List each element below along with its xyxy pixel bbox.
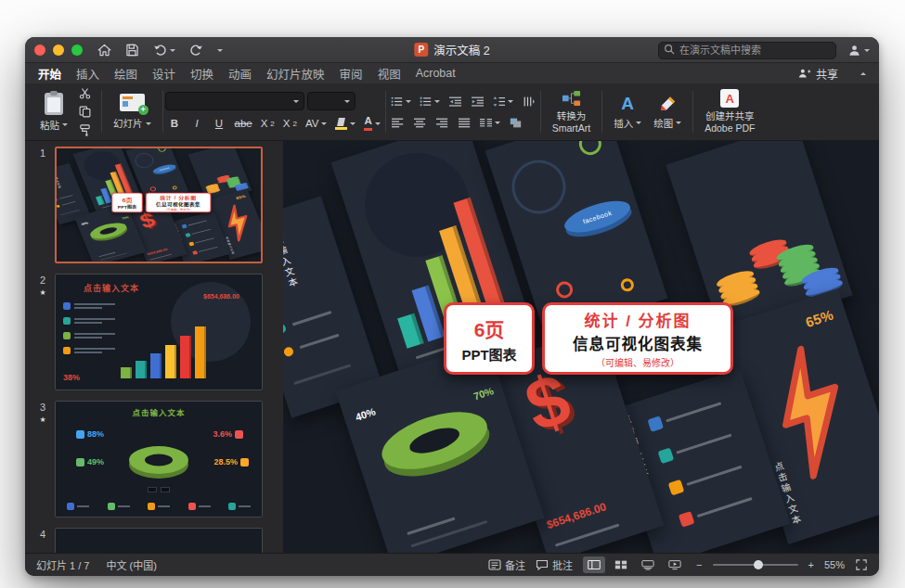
tab-acrobat[interactable]: Acrobat [416,67,456,80]
bold-button[interactable]: B [165,115,185,132]
zoom-out-button[interactable]: − [696,559,702,570]
normal-view-button[interactable] [583,556,605,573]
format-painter-button[interactable] [75,122,95,139]
slide-thumbnail-4[interactable] [55,528,263,553]
notes-button[interactable]: 备注 [488,557,525,572]
line-spacing-button[interactable] [490,93,516,109]
slide-thumbnail-3[interactable]: 点击输入文本 88% 49% 3.6% 28.5% [55,401,263,518]
character-spacing-button[interactable]: AV [303,115,330,132]
slide-thumbnail-1[interactable]: 点击输入文本 facebook [55,147,263,263]
italic-button[interactable]: I [187,115,207,132]
slide-number: 1 [40,147,45,159]
underline-button[interactable]: U [210,115,229,132]
chevron-down-icon [406,100,411,106]
new-slide-button[interactable]: + 幻灯片 [109,92,156,132]
insert-button[interactable]: A 插入 [609,93,646,132]
badge-title[interactable]: 统计 / 分析图 信息可视化图表集 （可编辑、易修改） [146,193,212,213]
font-size-select[interactable] [307,92,356,110]
font-color-button[interactable]: A [361,115,382,132]
justify-button[interactable] [455,114,474,131]
align-center-button[interactable] [410,114,430,131]
slides-group: + 幻灯片 [104,86,161,137]
chevron-down-icon [495,121,500,127]
slide-thumbnail-2[interactable]: 点击输入文本 $654,686.00 [55,274,263,390]
align-right-button[interactable] [433,114,452,131]
zoom-slider[interactable] [713,559,798,570]
strikethrough-button[interactable]: abe [232,115,255,132]
zoom-in-button[interactable]: + [808,559,814,570]
tab-view[interactable]: 视图 [378,65,401,83]
text-direction-button[interactable] [519,93,538,109]
lightning-percent: 65% [236,194,247,200]
redo-icon [189,44,203,57]
bullets-button[interactable] [388,93,414,109]
align-left-button[interactable] [388,114,407,131]
customize-toolbar-button[interactable] [217,47,223,53]
search-input[interactable] [658,42,836,59]
slide-2-list [63,302,115,354]
chevron-down-icon [434,100,440,106]
paste-label: 粘贴 [40,118,59,132]
home-button[interactable] [97,44,111,57]
animation-star-icon: ★ [39,415,45,424]
tab-insert[interactable]: 插入 [76,65,99,83]
fit-slide-to-window-button[interactable] [855,559,868,570]
slides-label: 幻灯片 [113,116,143,130]
cut-button[interactable] [75,85,95,102]
draw-button[interactable]: 绘图 [649,93,686,132]
increase-indent-button[interactable] [468,93,487,109]
badge-page-count[interactable]: 6页 PPT图表 [111,193,143,213]
font-family-select[interactable] [165,92,304,110]
zoom-slider-thumb[interactable] [754,560,763,569]
dollar-amount: $654,686.00 [545,500,608,531]
badge-title[interactable]: 统计 / 分析图 信息可视化图表集 （可编辑、易修改） [542,302,733,375]
badge-title-line1: 统计 / 分析图 [160,194,197,200]
slide-thumbnail-panel: 1 点击输入文本 [25,141,283,553]
arrange-button[interactable] [506,114,525,131]
create-adobe-pdf-button[interactable]: A 创建并共享Adobe PDF [700,87,759,135]
badge-title-line3: （可编辑、易修改） [596,355,679,369]
language-indicator[interactable]: 中文 (中国) [106,557,156,572]
share-button[interactable]: 共享 [797,66,838,82]
close-window-button[interactable] [34,45,45,56]
account-button[interactable] [847,44,870,57]
tab-transitions[interactable]: 切换 [190,65,213,83]
redo-button[interactable] [189,44,203,57]
copy-button[interactable] [75,104,95,121]
slide-sorter-view-button[interactable] [610,556,632,573]
subscript-button[interactable]: X2 [258,115,278,132]
editing-canvas[interactable]: 点击输入文本 facebook [283,141,879,553]
columns-button[interactable] [477,114,503,131]
reading-view-button[interactable] [637,556,659,573]
card-vertical-title: 点击输入文本 [283,223,301,290]
chevron-down-icon [293,100,299,106]
undo-button[interactable] [153,44,175,57]
badge-pages-line2: PPT图表 [118,204,136,210]
badge-pages-line2: PPT图表 [461,344,516,364]
slideshow-button[interactable] [664,556,686,573]
superscript-button[interactable]: X2 [280,115,300,132]
tab-slideshow[interactable]: 幻灯片放映 [266,65,325,83]
undo-icon [153,44,167,57]
save-button[interactable] [125,44,139,57]
comments-button[interactable]: 批注 [536,557,573,572]
convert-to-smartart-button[interactable]: 转换为SmartArt [548,87,595,135]
minimize-window-button[interactable] [53,45,64,56]
numbering-button[interactable] [417,93,443,109]
zoom-window-button[interactable] [71,45,83,56]
paste-button[interactable]: 粘贴 [35,91,72,134]
home-icon [97,44,111,57]
badge-page-count[interactable]: 6页 PPT图表 [444,302,535,375]
tab-home[interactable]: 开始 [38,65,61,83]
insert-group: A 插入 绘图 [604,86,691,137]
tab-animations[interactable]: 动画 [228,65,252,83]
notes-icon [488,559,501,570]
tab-design[interactable]: 设计 [152,65,175,83]
zoom-level[interactable]: 55% [824,559,845,570]
text-highlight-button[interactable] [332,115,358,132]
ribbon-tabs: 开始 插入 绘图 设计 切换 动画 幻灯片放映 审阅 视图 Acrobat 共享 [25,63,879,83]
tab-review[interactable]: 审阅 [340,65,363,83]
collapse-ribbon-button[interactable] [860,70,866,76]
tab-draw[interactable]: 绘图 [114,65,137,83]
decrease-indent-button[interactable] [446,93,465,109]
